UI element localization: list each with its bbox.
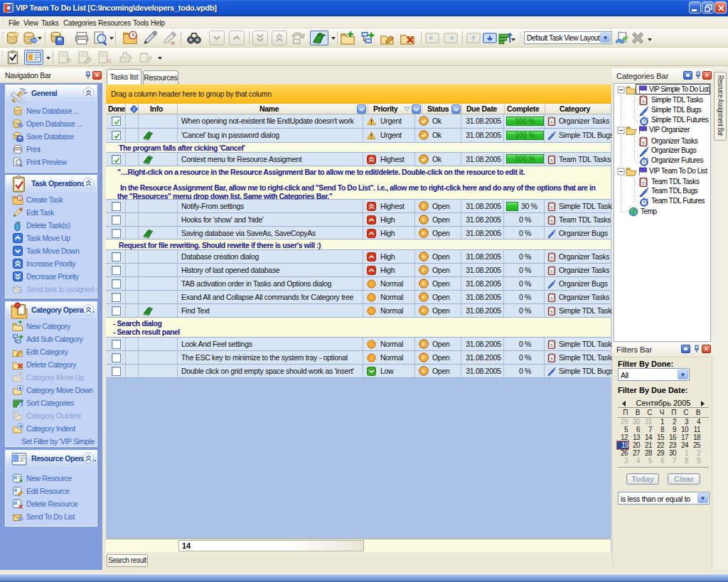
svg-text:i: i xyxy=(133,106,134,112)
